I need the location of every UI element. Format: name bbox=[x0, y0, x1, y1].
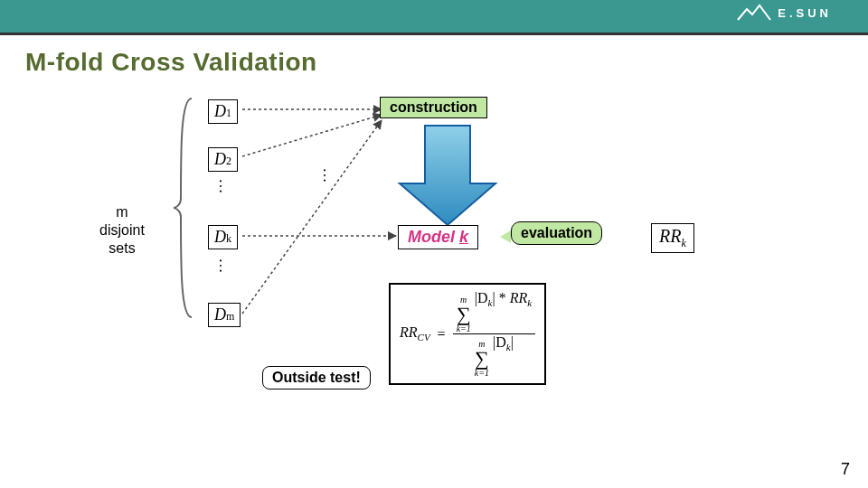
outside-test-callout: Outside test! bbox=[262, 366, 371, 389]
slide-title: M-fold Cross Validation bbox=[0, 35, 868, 77]
svg-line-1 bbox=[242, 115, 382, 156]
vertical-dots-1: … bbox=[222, 178, 228, 194]
rrk-box: RRk bbox=[651, 223, 694, 253]
set-d2-box: D2 bbox=[208, 147, 238, 172]
header-bar: E.SUN bbox=[0, 0, 868, 33]
curly-brace-icon bbox=[172, 95, 197, 321]
m-disjoint-sets-label: m disjoint sets bbox=[81, 203, 163, 258]
set-dm-box: Dm bbox=[208, 303, 241, 327]
down-arrow-icon bbox=[389, 120, 506, 232]
set-d1-box: D1 bbox=[208, 99, 238, 124]
construction-label: construction bbox=[380, 97, 487, 118]
evaluation-callout: evaluation bbox=[511, 221, 602, 245]
set-dk-box: Dk bbox=[208, 225, 238, 249]
svg-line-2 bbox=[242, 120, 382, 314]
brand-text: E.SUN bbox=[778, 6, 832, 20]
rrcv-formula-box: RRCV = m∑k=1 |Dk| * RRk m∑k=1 |Dk| bbox=[389, 283, 546, 385]
vertical-dots-2: … bbox=[222, 258, 228, 274]
diagram-stage: m disjoint sets D1 D2 Dk Dm … … … constr… bbox=[0, 77, 868, 456]
page-number: 7 bbox=[841, 460, 850, 479]
model-k-box: Model k bbox=[398, 225, 478, 249]
brand-logo: E.SUN bbox=[736, 4, 832, 22]
vertical-dots-arrows: … bbox=[326, 167, 332, 183]
mountain-icon bbox=[736, 4, 772, 22]
